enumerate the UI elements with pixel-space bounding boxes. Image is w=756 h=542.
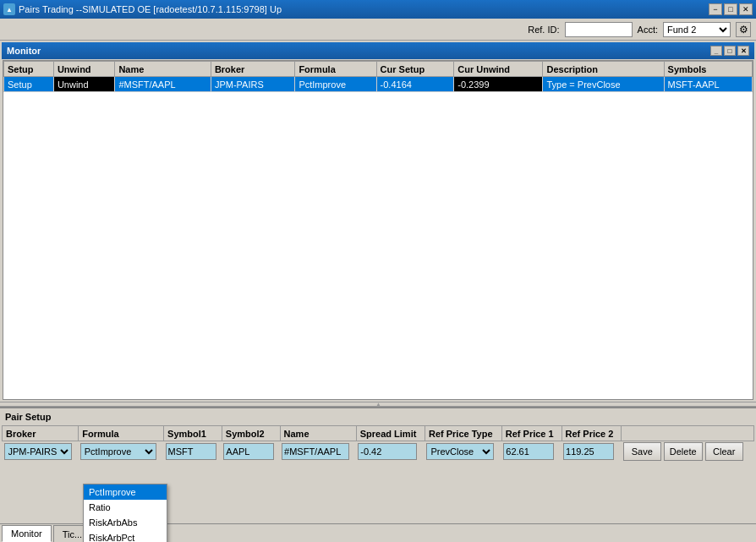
pair-setup-header-row: Broker Formula Symbol1 Symbol2 Name Spre…: [3, 426, 754, 441]
col-header-curunwind: Cur Unwind: [454, 62, 543, 77]
ps-col-broker: Broker: [3, 426, 79, 441]
symbol1-input[interactable]: [166, 443, 216, 460]
monitor-table: Setup Unwind Name Broker Formula Cur Set…: [3, 61, 753, 92]
refid-label: Ref. ID:: [528, 25, 559, 35]
title-bar: ▲ Pairs Trading --SIMULATED OE [radoetes…: [0, 0, 756, 19]
monitor-content: Setup Unwind Name Broker Formula Cur Set…: [3, 61, 753, 399]
ps-col-spreadlimit: Spread Limit: [356, 426, 425, 441]
broker-select[interactable]: JPM-PAIRS: [4, 443, 72, 460]
dropdown-item-riskarbpct[interactable]: RiskArbPct: [84, 530, 167, 542]
ps-cell-symbol2: [222, 441, 280, 463]
pair-setup-row: JPM-PAIRS PctImprove Ratio RiskArbAbs Ri…: [3, 441, 754, 463]
monitor-restore-btn[interactable]: □: [724, 46, 736, 56]
ps-col-name: Name: [280, 426, 356, 441]
ps-col-actions: [622, 426, 754, 441]
ps-cell-broker: JPM-PAIRS: [3, 441, 79, 463]
monitor-minimize-btn[interactable]: _: [710, 46, 722, 56]
monitor-header-controls: _ □ ✕: [710, 46, 749, 56]
dropdown-item-pctimprove[interactable]: PctImprove: [84, 485, 167, 500]
monitor-header: Monitor _ □ ✕: [2, 42, 754, 59]
col-header-symbols: Symbols: [664, 62, 752, 77]
ps-cell-actions: Save Delete Clear: [622, 441, 754, 463]
dropdown-item-riskarbabs[interactable]: RiskArbAbs: [84, 515, 167, 530]
cell-broker: JPM-PAIRS: [211, 77, 295, 92]
monitor-title: Monitor: [7, 46, 41, 56]
clear-button[interactable]: Clear: [705, 442, 743, 461]
save-button[interactable]: Save: [623, 442, 661, 461]
splitter-grip: ▲: [375, 401, 381, 408]
cell-name: #MSFT/AAPL: [115, 77, 211, 92]
cell-cursetup: -0.4164: [376, 77, 454, 92]
ps-cell-formula: PctImprove Ratio RiskArbAbs RiskArbPct: [79, 441, 164, 463]
ps-cell-refpricetype: PrevClose: [425, 441, 501, 463]
ps-col-formula: Formula: [79, 426, 164, 441]
pair-setup-table: Broker Formula Symbol1 Symbol2 Name Spre…: [2, 425, 754, 462]
symbol2-input[interactable]: [223, 443, 274, 460]
minimize-button[interactable]: −: [709, 3, 722, 15]
tab-monitor-label: Monitor: [11, 528, 42, 539]
ps-col-symbol1: Symbol1: [164, 426, 222, 441]
table-row[interactable]: Setup Unwind #MSFT/AAPL JPM-PAIRS PctImp…: [4, 77, 753, 92]
acct-label: Acct:: [638, 25, 658, 35]
cell-description: Type = PrevClose: [543, 77, 664, 92]
maximize-button[interactable]: □: [724, 3, 737, 15]
refpricetype-select[interactable]: PrevClose: [426, 443, 494, 460]
ps-col-refpricetype: Ref Price Type: [425, 426, 501, 441]
pair-setup-panel: Pair Setup Broker Formula Symbol1 Symbol…: [0, 407, 756, 463]
col-header-formula: Formula: [295, 62, 376, 77]
ps-col-refprice2: Ref Price 2: [562, 426, 622, 441]
app-icon: ▲: [3, 3, 15, 15]
cell-curunwind: -0.2399: [454, 77, 543, 92]
refprice2-input[interactable]: [563, 443, 614, 460]
col-header-cursetup: Cur Setup: [376, 62, 454, 77]
col-header-unwind: Unwind: [53, 62, 115, 77]
pair-setup-title: Pair Setup: [2, 410, 754, 424]
formula-select[interactable]: PctImprove Ratio RiskArbAbs RiskArbPct: [80, 443, 156, 460]
close-button[interactable]: ✕: [739, 3, 753, 15]
settings-button[interactable]: ⚙: [736, 22, 751, 37]
cell-setup: Setup: [4, 77, 54, 92]
monitor-table-container: Setup Unwind Name Broker Formula Cur Set…: [3, 60, 753, 400]
cell-symbols: MSFT-AAPL: [664, 77, 752, 92]
title-bar-title: ▲ Pairs Trading --SIMULATED OE [radoetes…: [3, 3, 282, 15]
ps-cell-refprice1: [501, 441, 562, 463]
cell-formula: PctImprove: [295, 77, 376, 92]
ps-cell-symbol1: [164, 441, 222, 463]
col-header-broker: Broker: [211, 62, 295, 77]
spreadlimit-input[interactable]: [358, 443, 417, 460]
refprice1-input[interactable]: [503, 443, 554, 460]
col-header-description: Description: [543, 62, 664, 77]
monitor-panel: Monitor _ □ ✕ Setup Unwind Name Broker F…: [2, 42, 754, 400]
formula-dropdown: PctImprove Ratio RiskArbAbs RiskArbPct: [83, 484, 167, 542]
name-input[interactable]: [282, 443, 349, 460]
monitor-close-btn[interactable]: ✕: [737, 46, 749, 56]
ps-col-refprice1: Ref Price 1: [501, 426, 562, 441]
col-header-setup: Setup: [4, 62, 54, 77]
app-title: Pairs Trading --SIMULATED OE [radoetest/…: [19, 4, 282, 14]
ps-col-symbol2: Symbol2: [222, 426, 280, 441]
ps-cell-name: [280, 441, 356, 463]
delete-button[interactable]: Delete: [664, 442, 703, 461]
monitor-table-header: Setup Unwind Name Broker Formula Cur Set…: [4, 62, 753, 77]
tab-monitor[interactable]: Monitor: [2, 525, 52, 542]
window-controls: − □ ✕: [709, 3, 753, 15]
top-toolbar: Ref. ID: Acct: Fund 2 ⚙: [0, 19, 756, 41]
col-header-name: Name: [115, 62, 211, 77]
ps-cell-spreadlimit: [356, 441, 425, 463]
acct-select[interactable]: Fund 2: [663, 22, 731, 37]
tab-tic-label: Tic...: [63, 529, 82, 539]
refid-input[interactable]: [565, 22, 633, 37]
ps-cell-refprice2: [562, 441, 622, 463]
cell-unwind: Unwind: [53, 77, 115, 92]
dropdown-item-ratio[interactable]: Ratio: [84, 500, 167, 515]
